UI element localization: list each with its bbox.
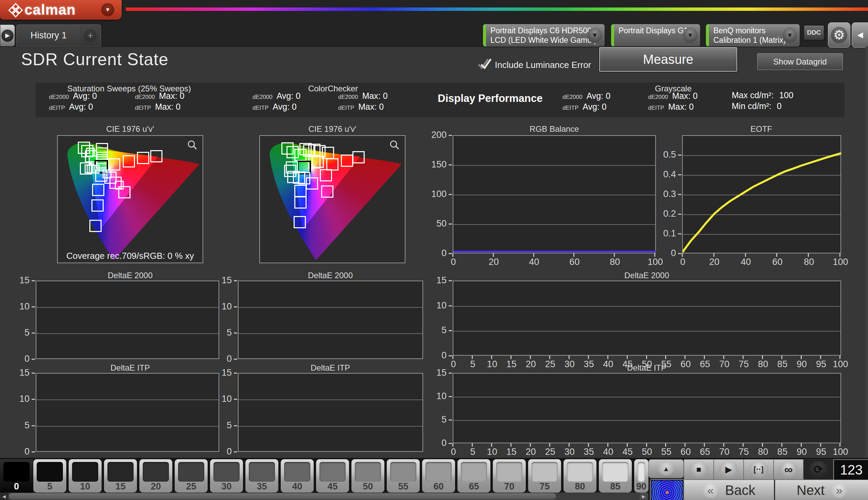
workspace-forward-button[interactable]: ▶	[0, 24, 15, 47]
tick-mark	[678, 155, 681, 156]
grayscale-patch-button-25[interactable]: 25	[175, 459, 208, 492]
de2000-colorchecker-chart-title: DeltaE 2000	[262, 271, 398, 280]
grayscale-patch-button-45[interactable]: 45	[316, 459, 349, 492]
grayscale-patch-button-50[interactable]: 50	[351, 459, 384, 492]
tick-mark	[234, 452, 237, 453]
stat-cc-deitp-max: dEITPMax: 0	[338, 102, 384, 112]
patch-swatch	[319, 462, 346, 482]
grayscale-patch-button-40[interactable]: 40	[281, 459, 314, 492]
tick-mark	[568, 356, 570, 359]
include-luminance-error-checkbox[interactable]	[477, 56, 492, 71]
chart-plot-deitp-saturation	[36, 373, 219, 452]
tick-mark	[234, 373, 237, 374]
collapse-panel-button[interactable]: ◀	[852, 22, 868, 47]
axis-tick-label: 100	[426, 189, 447, 200]
de2000-grayscale-chart-title: DeltaE 2000	[579, 271, 715, 280]
axis-tick-label: 15	[426, 367, 447, 378]
tick-mark	[646, 443, 647, 447]
gridline	[453, 397, 841, 397]
grayscale-patch-button-20[interactable]: 20	[139, 459, 172, 492]
tab-history-1[interactable]: History 1	[16, 24, 81, 47]
tick-mark	[743, 356, 744, 359]
grayscale-patch-button-15[interactable]: 15	[104, 459, 137, 492]
display-dropdown[interactable]: BenQ monitors Calibration 1 (Matrix) ▼	[706, 24, 800, 47]
show-datagrid-button[interactable]: Show Datagrid	[757, 53, 843, 70]
cie-1976-chart-colorchecker[interactable]	[259, 135, 405, 263]
next-button[interactable]: Next »	[775, 480, 868, 500]
cie-1976-chart-saturation[interactable]: Coverage rec.709/sRGB: 0 % xy	[57, 135, 203, 263]
chevron-down-icon[interactable]: ▼	[588, 27, 602, 43]
grayscale-patch-button-5[interactable]: 5	[33, 459, 66, 492]
ddc-control-button[interactable]: DDC	[802, 24, 826, 46]
grayscale-patch-button-35[interactable]: 35	[245, 459, 278, 492]
measurement-target-marker	[108, 158, 120, 171]
rgb-balance-chart-title: RGB Balance	[486, 124, 622, 134]
play-button[interactable]: ▶	[714, 459, 744, 480]
main-menu-chevron-icon[interactable]: ▼	[101, 3, 114, 16]
axis-tick-label: 0.1	[656, 228, 676, 239]
scroll-left-button[interactable]: ◀	[0, 492, 8, 500]
grayscale-patch-button-85[interactable]: 85	[599, 459, 632, 492]
tick-mark	[32, 332, 35, 333]
tick-mark	[234, 359, 237, 360]
grayscale-patch-button-70[interactable]: 70	[493, 459, 526, 492]
tick-mark	[493, 253, 494, 257]
range-button[interactable]: [··]	[744, 459, 774, 480]
chart-plot-de2000-saturation	[36, 281, 219, 359]
magnifier-icon[interactable]	[388, 139, 401, 151]
eotf-chart-title: EOTF	[693, 124, 829, 134]
tick-mark	[449, 373, 452, 374]
grayscale-patch-button-75[interactable]: 75	[528, 459, 561, 492]
tick-mark	[820, 443, 821, 447]
gear-icon: ⚙	[831, 27, 847, 43]
tick-mark	[234, 280, 237, 281]
include-luminance-error-label[interactable]: Include Luminance Error	[495, 60, 591, 70]
chevron-down-icon[interactable]: ▼	[783, 27, 797, 43]
grayscale-patch-button-60[interactable]: 60	[422, 459, 455, 492]
patch-scrollbar-thumb[interactable]	[9, 493, 556, 499]
series-balance	[453, 136, 657, 254]
scroll-right-button[interactable]: ▶	[640, 492, 648, 500]
page-title: SDR Current State	[21, 49, 169, 69]
max-luminance-stat: Max cd/m²:100	[732, 90, 793, 100]
axis-tick-label: 15	[426, 275, 447, 286]
measure-button[interactable]: Measure	[599, 47, 737, 72]
patch-label: 60	[422, 481, 455, 492]
refresh-button[interactable]: ⟳	[803, 459, 833, 480]
tick-mark	[452, 356, 453, 359]
grayscale-patch-button-90[interactable]: 90	[634, 459, 649, 492]
meter-dropdown[interactable]: Portrait Displays C6 HDR5000 LCD (LED Wh…	[483, 24, 605, 47]
display-performance-label: Display Performance	[438, 92, 542, 105]
grayscale-patch-button-0[interactable]: 0	[0, 459, 33, 492]
grayscale-patch-button-55[interactable]: 55	[387, 459, 420, 492]
calman-menu-button[interactable]: calman ▼	[0, 0, 122, 20]
content-scrollbar[interactable]	[865, 47, 868, 458]
measurement-target-marker	[118, 186, 131, 198]
grayscale-patch-button-65[interactable]: 65	[458, 459, 491, 492]
settings-button[interactable]: ⚙	[828, 22, 850, 47]
stop-button[interactable]: ■	[684, 459, 714, 480]
patch-scrollbar[interactable]	[0, 492, 649, 500]
tick-mark	[549, 443, 550, 447]
tick-mark	[510, 356, 511, 359]
plus-icon: +	[84, 29, 97, 42]
pattern-panel-expand-button[interactable]: ▲	[649, 459, 684, 478]
grayscale-patch-button-30[interactable]: 30	[210, 459, 243, 492]
pattern-preview-button[interactable]	[650, 479, 685, 500]
grayscale-patch-button-10[interactable]: 10	[69, 459, 102, 492]
measurement-target-marker	[294, 185, 306, 197]
tick-mark	[762, 356, 763, 359]
stat-sat-deitp-avg: dEITPAvg: 0	[49, 102, 93, 112]
magnifier-icon[interactable]	[186, 139, 199, 151]
continuous-mode-button[interactable]: ∞	[774, 459, 803, 480]
source-dropdown[interactable]: Portrait Displays G1 ▼	[611, 24, 700, 47]
patch-label: 70	[493, 481, 526, 492]
patch-label: 65	[458, 481, 491, 492]
add-tab-button[interactable]: +	[80, 24, 101, 47]
axis-tick-label: 0.2	[656, 208, 676, 219]
tick-mark	[614, 253, 615, 257]
gridline	[453, 331, 841, 331]
chevron-down-icon[interactable]: ▼	[683, 27, 697, 43]
back-button[interactable]: « Back	[684, 480, 774, 500]
grayscale-patch-button-80[interactable]: 80	[563, 459, 596, 492]
